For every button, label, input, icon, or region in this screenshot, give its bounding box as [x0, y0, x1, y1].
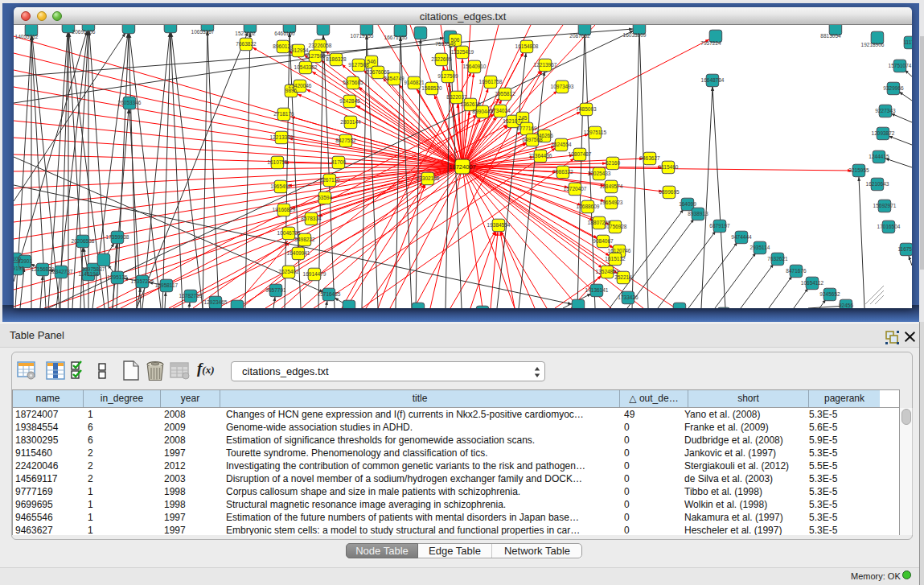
- svg-text:116753: 116753: [897, 246, 912, 252]
- svg-text:10654112: 10654112: [801, 280, 824, 286]
- svg-text:9127509: 9127509: [305, 53, 326, 59]
- svg-text:6466160: 6466160: [274, 31, 295, 36]
- svg-text:8186328: 8186328: [326, 56, 347, 62]
- svg-text:2087652: 2087652: [569, 33, 590, 39]
- svg-text:1145194: 1145194: [79, 271, 99, 277]
- svg-text:39193: 39193: [14, 266, 24, 271]
- svg-text:23676068: 23676068: [367, 69, 390, 75]
- svg-text:8813054: 8813054: [820, 33, 841, 39]
- svg-text:7986322: 7986322: [552, 169, 573, 175]
- svg-text:8938913: 8938913: [688, 211, 708, 216]
- svg-text:9127509: 9127509: [437, 73, 458, 79]
- svg-text:1588520: 1588520: [421, 85, 442, 91]
- svg-text:12849574: 12849574: [600, 183, 623, 189]
- svg-text:11325419: 11325419: [451, 49, 474, 55]
- svg-text:1733426: 1733426: [618, 295, 639, 300]
- svg-text:15720407: 15720407: [564, 186, 587, 192]
- svg-text:53594: 53594: [318, 195, 332, 200]
- svg-text:506: 506: [451, 37, 460, 43]
- svg-text:9245652: 9245652: [819, 291, 840, 297]
- svg-text:12975115: 12975115: [584, 130, 607, 135]
- svg-text:7632621: 7632621: [767, 256, 788, 262]
- svg-text:1610755: 1610755: [267, 159, 288, 165]
- svg-text:10719155: 10719155: [351, 33, 374, 39]
- svg-text:8471676: 8471676: [786, 268, 807, 274]
- svg-text:92456: 92456: [839, 303, 853, 308]
- svg-text:1527602: 1527602: [235, 31, 256, 36]
- svg-text:9463627: 9463627: [639, 155, 660, 161]
- svg-text:7625402: 7625402: [278, 269, 299, 274]
- svg-text:23420046: 23420046: [289, 83, 312, 89]
- svg-text:14136141: 14136141: [585, 287, 609, 293]
- svg-text:10025433: 10025433: [588, 171, 611, 176]
- svg-text:12093872: 12093872: [872, 130, 895, 136]
- svg-text:16914479: 16914479: [303, 271, 326, 277]
- svg-text:245: 245: [519, 115, 528, 121]
- svg-text:16782759: 16782759: [179, 293, 203, 299]
- svg-text:3912954: 3912954: [288, 47, 309, 53]
- svg-text:10653267: 10653267: [191, 29, 215, 35]
- svg-text:10973493: 10973493: [551, 84, 574, 89]
- svg-text:16409941: 16409941: [287, 250, 310, 256]
- svg-text:3215955: 3215955: [848, 167, 869, 173]
- svg-text:2935114: 2935114: [750, 245, 770, 250]
- svg-text:43901: 43901: [18, 258, 32, 264]
- svg-text:23226058: 23226058: [309, 43, 332, 48]
- svg-text:9084067: 9084067: [593, 238, 614, 244]
- svg-text:20691406: 20691406: [72, 29, 96, 35]
- svg-text:16120746: 16120746: [608, 248, 631, 253]
- svg-text:10756928: 10756928: [604, 224, 627, 229]
- svg-text:62160: 62160: [606, 160, 620, 166]
- svg-text:11174: 11174: [903, 39, 912, 45]
- svg-text:17016504: 17016504: [877, 224, 901, 229]
- svg-text:6879197: 6879197: [709, 223, 730, 229]
- svg-text:18724007: 18724007: [449, 163, 475, 171]
- svg-text:9657791: 9657791: [265, 287, 286, 293]
- svg-text:16154808: 16154808: [515, 43, 539, 49]
- svg-text:1965492: 1965492: [270, 183, 291, 189]
- svg-text:252214: 252214: [614, 274, 632, 280]
- svg-text:10688609: 10688609: [577, 204, 600, 209]
- svg-text:1362615: 1362615: [460, 101, 481, 107]
- svg-text:15716485: 15716485: [318, 291, 341, 297]
- svg-text:16648784: 16648784: [701, 77, 725, 83]
- svg-text:10807487: 10807487: [569, 151, 592, 157]
- svg-text:6497568: 6497568: [522, 137, 543, 142]
- svg-text:8578334: 8578334: [301, 216, 322, 221]
- svg-text:13958117: 13958117: [155, 282, 179, 288]
- svg-text:16210643: 16210643: [866, 181, 889, 187]
- svg-text:8322037: 8322037: [446, 94, 467, 100]
- svg-text:7663822: 7663822: [236, 41, 257, 47]
- svg-text:13524851: 13524851: [596, 269, 619, 274]
- svg-text:15692971: 15692971: [873, 203, 897, 208]
- svg-text:19166829: 19166829: [273, 207, 296, 212]
- svg-text:14055712: 14055712: [15, 34, 39, 39]
- svg-text:3624554: 3624554: [551, 142, 572, 147]
- svg-text:7485003: 7485003: [576, 106, 597, 112]
- svg-text:10046708: 10046708: [277, 230, 301, 236]
- svg-text:23302195: 23302195: [417, 175, 440, 181]
- svg-text:3267110: 3267110: [320, 177, 340, 183]
- svg-text:12213389: 12213389: [270, 134, 294, 140]
- svg-text:9242848: 9242848: [339, 98, 360, 104]
- svg-text:17357225: 17357225: [131, 278, 154, 284]
- svg-text:10543382: 10543382: [294, 64, 318, 70]
- svg-text:41700: 41700: [331, 159, 346, 165]
- svg-text:9474444: 9474444: [731, 234, 752, 240]
- svg-text:8427552: 8427552: [335, 138, 356, 143]
- svg-text:2718176: 2718176: [273, 111, 294, 117]
- svg-text:16961758: 16961758: [479, 79, 503, 84]
- svg-text:20206538: 20206538: [72, 238, 95, 244]
- svg-text:2803144: 2803144: [340, 119, 361, 125]
- svg-text:9115460: 9115460: [659, 164, 679, 170]
- svg-text:546: 546: [368, 59, 376, 64]
- svg-text:30975887: 30975887: [82, 266, 105, 272]
- svg-text:17359938: 17359938: [106, 234, 129, 240]
- svg-text:26053346: 26053346: [118, 100, 142, 105]
- svg-text:12213967: 12213967: [534, 62, 557, 68]
- svg-text:2322605: 2322605: [431, 56, 452, 62]
- svg-text:9734024: 9734024: [490, 108, 511, 113]
- svg-text:19384554: 19384554: [487, 222, 511, 228]
- svg-text:8454749: 8454749: [384, 76, 405, 81]
- svg-text:6899695: 6899695: [659, 189, 680, 195]
